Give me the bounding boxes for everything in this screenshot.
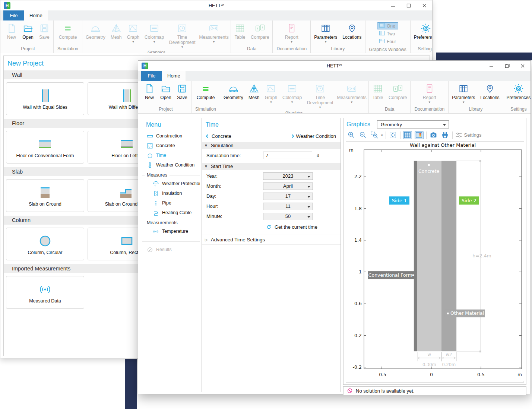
window-foreground: H HETT²² File Home NewOpenSaveProjectCom… [138, 60, 531, 394]
simulation-time-input[interactable] [263, 152, 312, 159]
svg-text:0.2: 0.2 [354, 333, 362, 338]
tab-home[interactable]: Home [24, 10, 48, 20]
field-label-month: Month: [206, 183, 263, 189]
ribbon-parameters[interactable]: Parameters▾ [311, 22, 340, 44]
ribbon-parameters[interactable]: Parameters▾ [449, 82, 478, 104]
tab-home[interactable]: Home [162, 71, 186, 81]
menu-panel: Menu ConstructionConcreteTimeWeather Con… [142, 118, 200, 392]
nav-previous-concrete[interactable]: Concrete [206, 133, 231, 139]
close-button[interactable] [515, 61, 531, 71]
menu-item-pipe[interactable]: Pipe [142, 198, 200, 208]
graphics-settings-button[interactable]: Settings [455, 131, 482, 139]
chart-canvas[interactable]: Wall against Other Materialmw0.30mw20.20… [346, 141, 524, 383]
ribbon-time-development: Time Development▾ [304, 82, 336, 109]
svg-text:1.4: 1.4 [354, 237, 362, 243]
field-label-minute: Minute: [206, 213, 263, 219]
zoom-box-button[interactable] [370, 131, 379, 139]
template-card-measured-data[interactable]: Measured Data [6, 276, 84, 309]
menu-item-time[interactable]: Time [142, 150, 200, 160]
menu-group-measures: Measures [142, 172, 200, 178]
ribbon-preferences[interactable]: Preferences [504, 82, 531, 101]
view-selector-dropdown[interactable]: Geometry [377, 120, 449, 129]
ribbon-group-label: Graphics [221, 109, 368, 114]
template-card-wall-with-equal-sides[interactable]: Wall with Equal Sides [6, 82, 84, 115]
print-button[interactable] [441, 131, 450, 139]
get-current-time-button[interactable]: Get the current time [202, 222, 341, 232]
ribbon-graph: Graph▾ [124, 22, 142, 44]
ribbon-geometry[interactable]: Geometry [221, 82, 246, 101]
zoom-in-button[interactable] [346, 131, 355, 139]
menu-item-heating-cable[interactable]: Heating Cable [142, 208, 200, 218]
maximize-button[interactable] [401, 1, 417, 10]
menu-item-weather-protection[interactable]: Weather Protection [142, 179, 200, 188]
simulation-section-header[interactable]: ▼ Simulation [202, 142, 341, 149]
close-button[interactable] [417, 1, 432, 10]
dropdown-day[interactable]: 17 [263, 193, 313, 200]
advanced-time-settings-header[interactable]: ▷ Advanced Time Settings [202, 235, 341, 245]
timedev-icon [177, 22, 188, 35]
minimize-button[interactable] [385, 1, 401, 10]
template-card-floor-on-conventional-form[interactable]: Floor on Conventional Form [6, 131, 84, 164]
ribbon-locations[interactable]: Locations [340, 22, 364, 40]
field-label-day: Day: [206, 193, 263, 199]
tab-file[interactable]: File [3, 10, 24, 20]
ribbon-colormap: Colormap▾ [280, 82, 304, 104]
ribbon-group-label: Documentation [411, 105, 447, 113]
ribbon-open[interactable]: Open [20, 22, 36, 40]
dropdown-minute[interactable]: 50 [263, 213, 313, 220]
dropdown-year[interactable]: 2023 [263, 172, 313, 180]
menu-item-construction[interactable]: Construction [142, 131, 200, 141]
ribbon-compute: Compute [56, 22, 80, 40]
snapshot-icon [430, 131, 437, 139]
ribbon-locations[interactable]: Locations [478, 82, 502, 101]
wall-equal-icon [34, 88, 56, 104]
toolbar-separator [386, 131, 386, 139]
file-icon [144, 82, 155, 95]
status-message: No solution is available yet. [356, 388, 415, 394]
start-time-section-header[interactable]: ▼ Start Time [202, 163, 341, 170]
colorbar-toggle-button[interactable] [415, 131, 424, 139]
dropdown-hour[interactable]: 11 [263, 203, 313, 210]
menu-item-weather-condition[interactable]: Weather Condition [142, 160, 200, 170]
menu-item-concrete[interactable]: Concrete [142, 141, 200, 150]
snapshot-button[interactable] [429, 131, 438, 139]
umbrella-icon [153, 181, 159, 187]
cable-icon [153, 210, 159, 216]
column-rect-icon [115, 233, 138, 249]
ribbon-mesh: Mesh [108, 22, 124, 40]
svg-text:Concrete: Concrete [418, 168, 440, 174]
ribbon-graph: Graph▾ [262, 82, 280, 104]
ribbon-preferences[interactable]: Preferences [411, 22, 432, 40]
menu-item-temperature[interactable]: Temperature [142, 226, 200, 236]
slab-ground-icon [34, 184, 56, 201]
slab-edge-icon [115, 184, 138, 201]
svg-text:Other Material: Other Material [450, 310, 484, 316]
card-label: Floor on Conventional Form [16, 153, 74, 158]
zoom-out-button[interactable] [358, 131, 367, 139]
chevron-right-icon [290, 134, 294, 138]
ribbon-compute[interactable]: Compute [194, 82, 218, 101]
toolbar-separator [426, 131, 427, 139]
ribbon-save[interactable]: Save [174, 82, 190, 101]
titlebar[interactable]: H HETT²² [0, 0, 432, 10]
tab-file[interactable]: File [141, 71, 162, 81]
restore-button[interactable] [499, 61, 515, 71]
simulation-time-unit: d [317, 153, 319, 158]
zoom-out-icon [359, 131, 367, 139]
column-circ-icon [34, 233, 56, 249]
minimize-button[interactable] [484, 61, 499, 71]
ribbon-mesh[interactable]: Mesh [246, 82, 262, 101]
graphics-panel: Graphics Geometry ▾Settings Wall against… [343, 118, 526, 385]
template-card-column-circular[interactable]: Column, Circular [6, 228, 84, 260]
nav-next-weather-condition[interactable]: Weather Condition [291, 133, 336, 139]
ribbon-open[interactable]: Open [158, 82, 174, 101]
chevron-down-icon [307, 176, 310, 178]
grid-toggle-button[interactable] [403, 131, 412, 139]
ribbon-new[interactable]: New [141, 82, 158, 101]
fit-view-button[interactable] [389, 131, 398, 139]
menu-item-insulation[interactable]: Insulation [142, 188, 200, 198]
template-card-slab-on-ground[interactable]: Slab on Ground [6, 179, 84, 212]
menu-item-label: Construction [156, 133, 182, 139]
dropdown-month[interactable]: April [263, 183, 313, 190]
titlebar[interactable]: H HETT²² [138, 61, 531, 71]
